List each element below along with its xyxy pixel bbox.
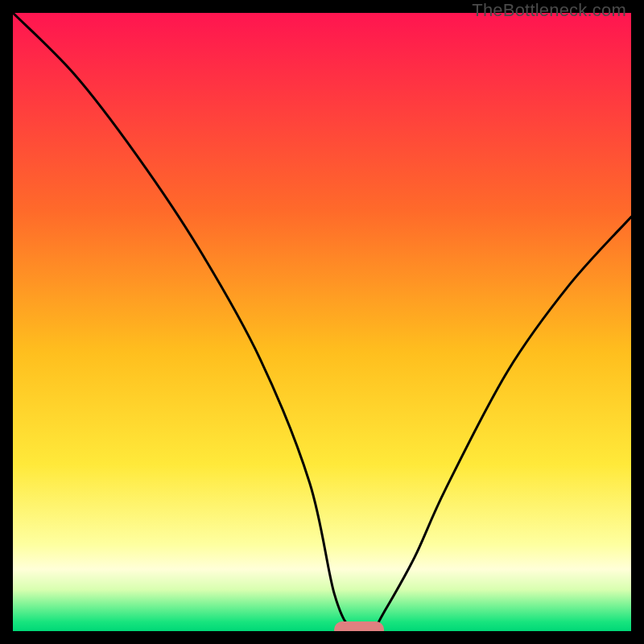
optimal-marker xyxy=(334,621,384,631)
watermark-text: TheBottleneck.com xyxy=(472,0,626,21)
chart-svg xyxy=(13,13,631,631)
chart-frame xyxy=(13,13,631,631)
